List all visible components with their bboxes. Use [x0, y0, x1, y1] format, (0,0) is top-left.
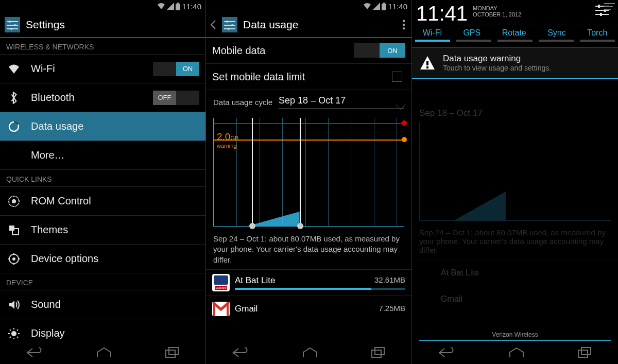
quick-toggle-indicators: [412, 40, 618, 42]
carrier-label: Verizon Wireless: [412, 331, 618, 338]
svg-text:MLB.com: MLB.com: [215, 286, 226, 289]
data-usage-label: Data usage: [31, 120, 199, 132]
row-data-usage[interactable]: Data usage: [0, 112, 205, 141]
wifi-label: Wi-Fi: [31, 63, 144, 75]
home-button[interactable]: [509, 347, 524, 358]
notification-subtitle: Touch to view usage and settings.: [443, 64, 551, 72]
toggle-torch[interactable]: Torch: [587, 28, 607, 38]
row-display[interactable]: Display: [0, 319, 205, 341]
category-quick-links: QUICK LINKS: [0, 170, 205, 187]
toggle-gps[interactable]: GPS: [463, 28, 480, 38]
row-rom-control[interactable]: ROM Control: [0, 187, 205, 216]
toggle-sync[interactable]: Sync: [547, 28, 566, 38]
usage-area: [214, 211, 300, 226]
sound-label: Sound: [31, 299, 199, 310]
limit-line[interactable]: [214, 123, 404, 124]
settings-list[interactable]: WIRELESS & NETWORKS Wi-Fi ON Bluetooth O…: [0, 38, 205, 341]
app2-usage: 7.25MB: [379, 304, 405, 314]
row-more[interactable]: More…: [0, 141, 205, 170]
data-usage-icon: [6, 121, 22, 132]
toggle-wifi[interactable]: Wi-Fi: [423, 28, 442, 38]
wifi-icon: [157, 3, 165, 10]
svg-rect-4: [7, 21, 18, 22]
more-label: More…: [31, 149, 199, 161]
statusbar: 11:40: [206, 0, 411, 12]
toggle-rotate[interactable]: Rotate: [502, 28, 526, 38]
shade-pull-icon[interactable]: [604, 2, 615, 11]
app1-name: At Bat Lite: [235, 275, 374, 286]
row-set-limit[interactable]: Set mobile data limit: [206, 64, 411, 90]
display-label: Display: [31, 327, 199, 339]
themes-label: Themes: [31, 224, 199, 236]
notification-shade[interactable]: 11:41 MONDAY OCTOBER 1, 2012 Wi-Fi GPS R…: [412, 0, 618, 79]
mobile-data-toggle[interactable]: ON: [354, 43, 405, 58]
warning-handle[interactable]: [402, 137, 407, 142]
svg-point-15: [12, 257, 15, 261]
warning-line[interactable]: [214, 140, 404, 141]
svg-rect-52: [375, 348, 384, 355]
svg-rect-0: [176, 4, 180, 10]
range-start-handle[interactable]: [252, 118, 253, 226]
quick-toggles: Wi-Fi GPS Rotate Sync Torch: [412, 25, 618, 39]
svg-rect-29: [166, 350, 175, 357]
rom-control-icon: [6, 195, 22, 207]
clock: 11:40: [388, 2, 407, 11]
svg-line-27: [10, 337, 11, 338]
signal-icon: [373, 3, 380, 10]
limit-handle[interactable]: [402, 120, 407, 126]
row-device-options[interactable]: Device options: [0, 245, 205, 273]
back-button[interactable]: [26, 346, 44, 359]
cycle-row: Data usage cycle Sep 18 – Oct 17: [206, 90, 411, 114]
screen-notification-shade: Data usage Mobile data Sep 18 – Oct 17 S…: [412, 0, 618, 364]
wifi-icon: [363, 3, 371, 10]
bluetooth-toggle[interactable]: OFF: [153, 91, 199, 105]
back-button[interactable]: [232, 346, 250, 359]
gmail-icon: [212, 300, 230, 318]
svg-line-25: [10, 330, 11, 331]
svg-rect-57: [598, 5, 600, 8]
range-end-handle[interactable]: [300, 118, 301, 226]
row-themes[interactable]: Themes: [0, 216, 205, 245]
overflow-menu-icon[interactable]: [400, 20, 407, 30]
cycle-value: Sep 18 – Oct 17: [279, 95, 346, 106]
svg-rect-39: [224, 28, 235, 29]
row-sound[interactable]: Sound: [0, 290, 205, 319]
home-button[interactable]: [302, 347, 318, 358]
svg-rect-35: [224, 21, 235, 22]
cycle-label: Data usage cycle: [213, 98, 272, 107]
recents-button[interactable]: [165, 347, 179, 358]
row-mobile-data[interactable]: Mobile data ON: [206, 38, 411, 64]
row-wifi[interactable]: Wi-Fi ON: [0, 55, 205, 83]
app-row-at-bat[interactable]: MLB.com At Bat Lite32.61MB: [206, 269, 411, 296]
back-button[interactable]: [438, 346, 456, 359]
back-caret-icon[interactable]: [210, 20, 216, 30]
set-limit-checkbox[interactable]: [392, 72, 402, 82]
app1-bar: [235, 288, 405, 290]
svg-rect-63: [581, 348, 591, 355]
shade-date: OCTOBER 1, 2012: [473, 11, 521, 18]
svg-rect-45: [214, 275, 228, 285]
page-title: Data usage: [243, 19, 395, 31]
data-usage-chart[interactable]: 2.0GB warning: [213, 118, 404, 227]
app1-usage: 32.61MB: [374, 275, 405, 286]
device-options-label: Device options: [31, 253, 199, 265]
data-usage-content[interactable]: Mobile data ON Set mobile data limit Dat…: [206, 38, 411, 341]
wifi-toggle[interactable]: ON: [153, 62, 199, 76]
row-bluetooth[interactable]: Bluetooth OFF: [0, 83, 205, 112]
notification-data-warning[interactable]: Data usage warning Touch to view usage a…: [412, 47, 618, 79]
shade-day: MONDAY: [473, 5, 521, 11]
svg-line-28: [17, 330, 18, 331]
svg-rect-60: [426, 61, 428, 65]
svg-line-26: [17, 337, 18, 338]
app-row-gmail[interactable]: Gmail7.25MB: [206, 296, 411, 322]
statusbar: 11:40: [0, 0, 205, 12]
svg-rect-6: [7, 25, 18, 26]
clock: 11:40: [182, 2, 201, 11]
settings-app-icon[interactable]: [221, 16, 238, 33]
themes-icon: [6, 224, 22, 236]
home-button[interactable]: [96, 347, 112, 358]
recents-button[interactable]: [577, 347, 592, 358]
recents-button[interactable]: [371, 347, 385, 358]
cycle-dropdown[interactable]: Sep 18 – Oct 17: [279, 95, 404, 109]
svg-rect-31: [382, 4, 386, 10]
